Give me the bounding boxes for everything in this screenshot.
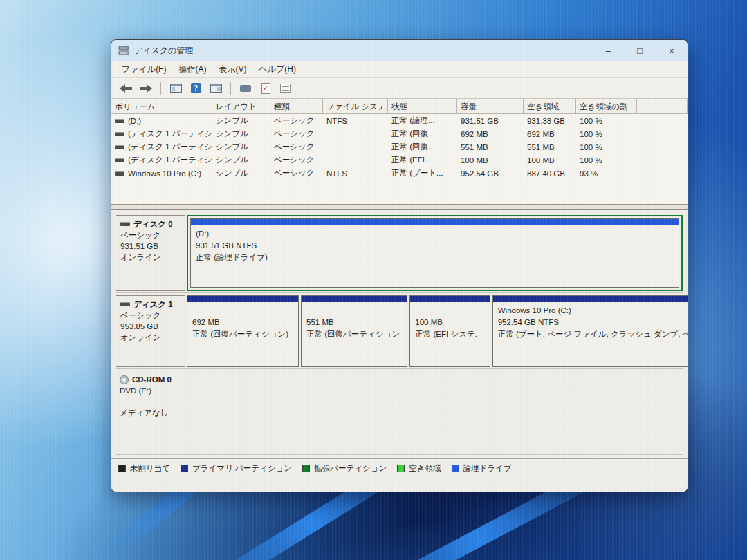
volume-row-recovery2[interactable]: (ディスク 1 パーティシ... シンプル ベーシック 正常 (回復... 55… (111, 140, 688, 153)
menu-view[interactable]: 表示(V) (212, 61, 252, 78)
volume-capacity: 692 MB (457, 130, 524, 138)
partition-status: 正常 (回復パーティション) (192, 328, 293, 340)
minimize-button[interactable]: – (592, 40, 624, 61)
volume-row-d[interactable]: (D:) シンプル ベーシック NTFS 正常 (論理... 931.51 GB… (111, 114, 688, 127)
properties-button[interactable] (278, 81, 293, 96)
partition-label: (D:) (196, 228, 674, 240)
help-icon: ? (191, 83, 201, 93)
column-header-status[interactable]: 状態 (388, 99, 457, 113)
show-action-pane-button[interactable] (208, 81, 223, 96)
partition-d[interactable]: (D:) 931.51 GB NTFS 正常 (論理ドライブ) (190, 218, 679, 288)
back-button[interactable] (118, 81, 133, 96)
legend-swatch-free (397, 465, 405, 472)
disk-name: ディスク 1 (133, 299, 173, 310)
close-button[interactable]: × (656, 40, 688, 61)
volume-type: ベーシック (270, 155, 323, 165)
forward-button[interactable] (138, 81, 154, 96)
volume-row-c[interactable]: Windows 10 Pro (C:) シンプル ベーシック NTFS 正常 (… (111, 167, 688, 180)
disk0-row: ディスク 0 ベーシック 931.51 GB オンライン (D:) 931.51… (116, 215, 683, 291)
cdrom-info[interactable]: CD-ROM 0 DVD (E:) メディアなし (116, 371, 185, 453)
volume-free: 551 MB (524, 143, 576, 151)
legend-logical-drive: 論理ドライブ (452, 463, 512, 474)
column-header-capacity[interactable]: 容量 (457, 99, 524, 113)
disk-icon (120, 222, 130, 226)
volume-free: 931.38 GB (524, 117, 576, 125)
window-title: ディスクの管理 (134, 45, 193, 57)
maximize-button[interactable]: □ (624, 40, 656, 61)
volume-row-recovery1[interactable]: (ディスク 1 パーティシ... シンプル ベーシック 正常 (回復... 69… (111, 127, 688, 140)
column-header-empty[interactable] (637, 99, 688, 113)
volume-name: (ディスク 1 パーティシ... (128, 129, 212, 139)
volume-layout: シンプル (212, 142, 270, 152)
disk-icon (120, 302, 130, 306)
column-header-layout[interactable]: レイアウト (212, 99, 270, 113)
volume-row-efi[interactable]: (ディスク 1 パーティシ... シンプル ベーシック 正常 (EFI ... … (111, 153, 688, 167)
properties-icon (280, 84, 291, 93)
column-header-volume[interactable]: ボリューム (111, 99, 212, 113)
volume-icon (115, 132, 124, 136)
volume-capacity: 551 MB (457, 143, 524, 151)
legend-unallocated: 未割り当て (118, 463, 170, 474)
volume-layout: シンプル (212, 129, 270, 139)
menu-action[interactable]: 操作(A) (172, 61, 212, 78)
volume-type: ベーシック (270, 142, 323, 152)
column-header-type[interactable]: 種類 (270, 99, 323, 113)
menubar: ファイル(F) 操作(A) 表示(V) ヘルプ(H) (111, 61, 688, 78)
volume-layout: シンプル (212, 115, 270, 126)
column-header-freespace[interactable]: 空き領域 (524, 99, 576, 113)
volume-capacity: 100 MB (457, 156, 524, 165)
check-document-icon: ✓ (261, 83, 270, 94)
graphical-view-pane: ディスク 0 ベーシック 931.51 GB オンライン (D:) 931.51… (111, 210, 688, 458)
column-header-filesystem[interactable]: ファイル システム (323, 99, 388, 113)
cdrom-drive-letter: DVD (E:) (120, 385, 181, 396)
partition-color-bar (187, 296, 298, 302)
disk-status: オンライン (120, 252, 181, 263)
disk1-partitions: 692 MB 正常 (回復パーティション) 551 MB 正常 (回復パーティシ… (187, 295, 688, 367)
legend-label: 論理ドライブ (463, 463, 512, 474)
partition-recovery2[interactable]: 551 MB 正常 (回復パーティション (301, 295, 407, 367)
popup-window-icon (240, 85, 251, 92)
volume-layout: シンプル (212, 155, 270, 165)
partition-size: 100 MB (415, 317, 484, 328)
menu-file[interactable]: ファイル(F) (116, 61, 172, 78)
partition-c[interactable]: Windows 10 Pro (C:) 952.54 GB NTFS 正常 (ブ… (492, 295, 688, 367)
volume-free: 100 MB (524, 156, 576, 165)
pane-splitter[interactable] (111, 205, 688, 210)
volume-name: (ディスク 1 パーティシ... (128, 155, 212, 165)
volume-status: 正常 (EFI ... (388, 155, 457, 165)
volume-icon (115, 158, 124, 162)
cdrom-status: メディアなし (120, 407, 181, 418)
disk0-info[interactable]: ディスク 0 ベーシック 931.51 GB オンライン (116, 215, 185, 291)
partition-size: 931.51 GB NTFS (196, 240, 674, 252)
menu-help[interactable]: ヘルプ(H) (252, 61, 302, 78)
toolbar-separator (230, 82, 231, 95)
volume-free-pct: 100 % (576, 130, 637, 138)
volume-free: 887.40 GB (524, 169, 576, 178)
popup-window-button[interactable] (238, 81, 253, 96)
legend-label: 拡張パーティション (314, 463, 387, 474)
column-header-freepct[interactable]: 空き領域の割... (576, 99, 637, 113)
disk1-info[interactable]: ディスク 1 ベーシック 953.85 GB オンライン (116, 295, 185, 367)
volume-free-pct: 100 % (576, 143, 637, 151)
partition-recovery1[interactable]: 692 MB 正常 (回復パーティション) (187, 295, 299, 367)
partition-status: 正常 (回復パーティション (306, 328, 402, 340)
legend-swatch-logical (452, 465, 459, 472)
legend-swatch-primary (181, 465, 188, 472)
help-button[interactable]: ? (188, 81, 203, 96)
toolbar: ? ✓ (111, 78, 688, 99)
partition-color-bar (410, 296, 489, 302)
partition-color-bar (493, 296, 688, 302)
action-pane-icon (210, 84, 222, 93)
disk-management-window: ディスクの管理 – □ × ファイル(F) 操作(A) 表示(V) ヘルプ(H) (111, 39, 688, 492)
partition-size: 952.54 GB NTFS (498, 317, 688, 328)
volume-list-header: ボリューム レイアウト 種類 ファイル システム 状態 容量 空き領域 空き領域… (111, 99, 688, 114)
volume-status: 正常 (論理... (388, 115, 457, 126)
partition-status: 正常 (EFI システ. (415, 328, 484, 340)
legend-primary-partition: プライマリ パーティション (181, 463, 292, 474)
row-divider (116, 368, 683, 369)
partition-efi[interactable]: 100 MB 正常 (EFI システ. (409, 295, 490, 367)
show-console-tree-button[interactable] (168, 81, 183, 96)
partition-color-bar (302, 296, 407, 302)
titlebar[interactable]: ディスクの管理 – □ × (111, 40, 688, 61)
check-report-button[interactable]: ✓ (258, 81, 273, 96)
